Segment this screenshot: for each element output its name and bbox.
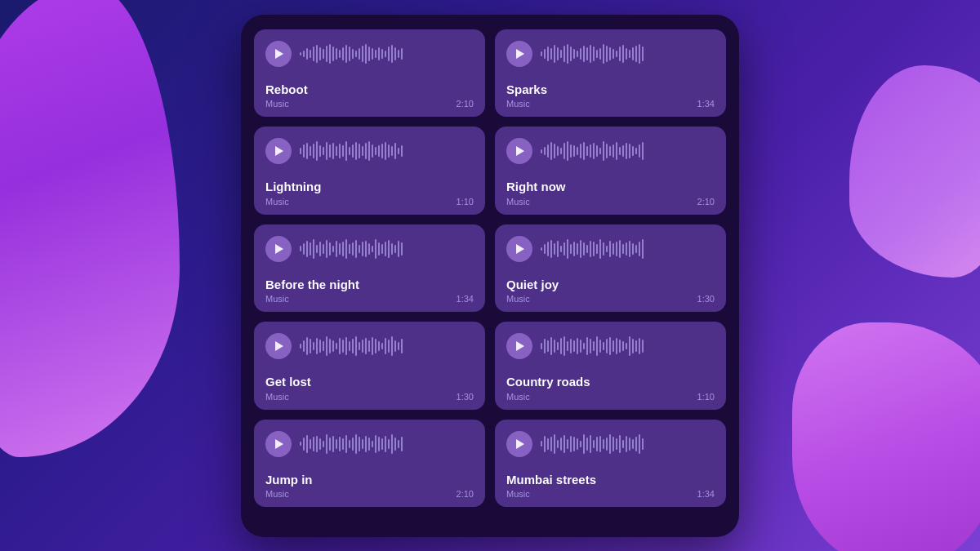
track-title: Mumbai streets: [506, 472, 596, 488]
waveform: [300, 433, 474, 455]
waveform-bar: [596, 50, 598, 58]
waveform-bar: [385, 242, 386, 256]
waveform-bar: [635, 245, 637, 253]
waveform-bar: [567, 239, 568, 259]
waveform-bar: [622, 440, 624, 448]
waveform-bar: [388, 439, 390, 449]
card-info: Lightning Music 1:10: [265, 179, 474, 207]
music-card-country-roads[interactable]: Country roads Music 1:10: [495, 322, 726, 410]
waveform: [300, 335, 474, 358]
waveform-bar: [372, 441, 373, 447]
waveform-bar: [626, 48, 627, 60]
waveform-bar: [564, 46, 565, 62]
music-card-right-now[interactable]: Right now Music 2:10: [495, 127, 726, 215]
card-text: Right now Music: [506, 179, 565, 207]
track-subtitle: Music: [265, 294, 359, 304]
waveform-bar: [342, 438, 344, 450]
waveform-bar: [303, 243, 305, 255]
music-card-jump-in[interactable]: Jump in Music 2:10: [254, 420, 485, 508]
waveform-bar: [632, 339, 634, 353]
waveform-bar: [349, 147, 350, 155]
waveform-bar: [580, 240, 581, 258]
waveform-bar: [345, 239, 347, 259]
music-card-mumbai-streets[interactable]: Mumbai streets Music 1:34: [495, 420, 726, 508]
waveform-bar: [590, 339, 591, 353]
card-top: [265, 333, 474, 359]
waveform-bar: [339, 243, 341, 255]
waveform-bar: [570, 339, 572, 353]
waveform-bar: [352, 339, 354, 353]
waveform-bar: [310, 339, 311, 353]
play-button[interactable]: [506, 41, 532, 67]
waveform-bar: [300, 246, 301, 251]
waveform-bar: [313, 437, 314, 451]
play-button[interactable]: [265, 41, 292, 67]
waveform-bar: [336, 48, 337, 60]
waveform-bar: [349, 341, 350, 351]
music-card-before-the-night[interactable]: Before the night Music 1:34: [254, 224, 485, 313]
play-button[interactable]: [506, 236, 532, 262]
waveform-bar: [629, 50, 630, 58]
waveform-bar: [619, 340, 621, 353]
track-duration: 1:34: [697, 99, 715, 109]
waveform-bar: [639, 144, 640, 158]
waveform-bar: [616, 438, 617, 450]
card-top: [506, 41, 715, 67]
waveform-bar: [639, 434, 640, 454]
waveform-bar: [590, 241, 591, 257]
music-card-lightning[interactable]: Lightning Music 1:10: [254, 127, 485, 215]
waveform-bar: [306, 435, 308, 453]
waveform-bar: [401, 145, 403, 157]
waveform-bar: [303, 340, 305, 352]
card-info: Country roads Music 1:10: [506, 374, 715, 402]
waveform-bar: [573, 49, 575, 59]
waveform-bar: [388, 240, 390, 258]
card-info: Quiet joy Music 1:30: [506, 277, 715, 304]
waveform-bar: [394, 245, 396, 253]
track-duration: 1:10: [457, 197, 474, 207]
play-button[interactable]: [506, 333, 532, 359]
waveform-bar: [349, 244, 350, 254]
waveform-bar: [372, 144, 373, 158]
waveform-bar: [349, 47, 350, 61]
waveform-bar: [336, 241, 337, 257]
waveform-bar: [635, 46, 637, 62]
waveform-bar: [577, 147, 578, 155]
waveform-bar: [554, 243, 555, 255]
waveform-bar: [554, 434, 555, 454]
waveform-bar: [355, 240, 357, 258]
play-button[interactable]: [265, 431, 292, 457]
card-text: Get lost Music: [265, 374, 311, 402]
track-duration: 1:34: [697, 489, 715, 499]
waveform-bar: [313, 144, 314, 158]
music-card-sparks[interactable]: Sparks Music 1:34: [495, 29, 726, 118]
waveform-bar: [577, 338, 578, 354]
waveform-bar: [368, 340, 370, 352]
music-card-quiet-joy[interactable]: Quiet joy Music 1:30: [495, 224, 726, 313]
play-button[interactable]: [506, 431, 532, 457]
waveform-bar: [612, 340, 614, 352]
waveform-bar: [381, 144, 383, 158]
waveform-bar: [303, 438, 305, 451]
waveform-bar: [632, 47, 634, 60]
waveform-bar: [319, 438, 321, 450]
waveform-bar: [564, 336, 565, 356]
play-button[interactable]: [265, 236, 292, 262]
music-card-reboot[interactable]: Reboot Music 2:10: [254, 29, 485, 118]
waveform-bar: [362, 439, 363, 449]
waveform-bar: [606, 339, 608, 353]
play-button[interactable]: [265, 333, 292, 359]
waveform-bar: [557, 146, 559, 156]
waveform-bar: [372, 48, 373, 60]
waveform-bar: [570, 244, 572, 254]
waveform-bar: [355, 51, 357, 57]
music-card-get-lost[interactable]: Get lost Music 1:30: [254, 322, 485, 410]
play-button[interactable]: [506, 138, 532, 164]
waveform-bar: [316, 45, 318, 63]
waveform-bar: [580, 48, 581, 60]
play-button[interactable]: [265, 138, 292, 164]
waveform-bar: [635, 340, 637, 352]
waveform-bar: [381, 244, 383, 254]
waveform-bar: [381, 49, 383, 59]
waveform-bar: [593, 341, 595, 351]
